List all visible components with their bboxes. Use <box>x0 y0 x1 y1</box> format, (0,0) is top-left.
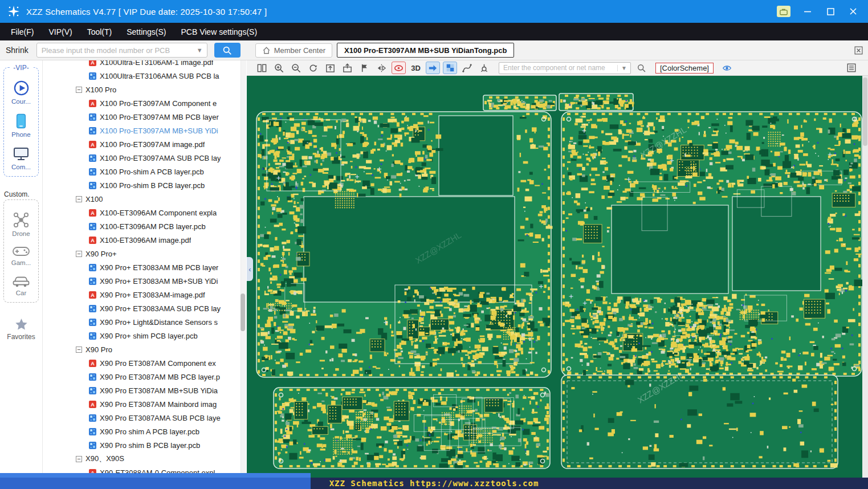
tree-item[interactable]: AX100 Pro-ET3097AM Component e <box>43 96 247 110</box>
export-board-icon[interactable] <box>323 62 337 74</box>
briefcase-icon[interactable] <box>777 6 790 17</box>
tree-group[interactable]: −X90 Pro <box>43 343 247 356</box>
chevron-down-icon[interactable]: ▼ <box>617 65 630 71</box>
tree-group[interactable]: −X90 Pro+ <box>43 247 247 260</box>
collapse-icon[interactable]: − <box>76 251 82 257</box>
search-button[interactable] <box>214 43 241 58</box>
sidebar-item-drone[interactable]: Drone <box>4 211 38 237</box>
tree-group[interactable]: −X100 Pro <box>43 83 247 96</box>
tree-group[interactable]: −X100 <box>43 192 247 206</box>
pdf-file-icon: A <box>89 360 96 367</box>
tree-item[interactable]: X90 Pro+ shim PCB layer.pcb <box>43 329 247 343</box>
threed-label[interactable]: 3D <box>409 62 423 74</box>
tree-item[interactable]: X90 Pro+ ET3083AM MB PCB layer <box>43 260 247 274</box>
component-search-input[interactable] <box>499 64 617 72</box>
tree-item-label: X90 Pro+ ET3083AM-image.pdf <box>100 291 205 299</box>
menu-file-f-[interactable]: File(F) <box>3 23 41 40</box>
split-view-icon[interactable] <box>255 62 269 74</box>
collapse-icon[interactable]: − <box>76 196 82 202</box>
rotate-icon[interactable] <box>306 62 320 74</box>
horizontal-scrollbar-thumb[interactable] <box>0 473 311 478</box>
colorscheme-button[interactable]: [ColorScheme] <box>655 63 714 74</box>
eye-icon[interactable] <box>722 63 732 73</box>
tree-group[interactable]: −X90、X90S <box>43 452 247 466</box>
shrink-button[interactable]: Shrink <box>0 46 34 55</box>
flip-horizontal-icon[interactable] <box>374 62 389 74</box>
sidebar: -VIP- Cour...PhoneCom... Custom. DroneGa… <box>0 60 43 478</box>
close-button[interactable] <box>847 6 859 17</box>
sidebar-item-favorites[interactable]: Favorites <box>0 317 42 341</box>
tree-item[interactable]: X90 Pro shim B PCB layer.pcb <box>43 438 247 452</box>
sidebar-item-label: Gam... <box>11 259 31 266</box>
model-search-combo[interactable]: ▼ <box>36 43 207 58</box>
sidebar-item-car[interactable]: Car <box>4 274 38 296</box>
tree-item[interactable]: X100Ultra-ET3106AMA SUB PCB la <box>43 69 247 83</box>
collapse-icon[interactable]: − <box>76 347 82 353</box>
diode-red-icon[interactable] <box>392 62 406 74</box>
sidebar-item-com[interactable]: Com... <box>4 146 38 170</box>
component-search-combo[interactable]: ▼ <box>499 62 631 74</box>
zoom-in-icon[interactable] <box>272 62 286 74</box>
tree-item[interactable]: X90 Pro+ ET3083AMA SUB PCB lay <box>43 301 247 315</box>
tree-item-label: X90 Pro+ <box>85 250 117 258</box>
pdf-file-icon: A <box>89 237 96 244</box>
member-center-button[interactable]: Member Center <box>255 43 332 58</box>
menu-tool-t-[interactable]: Tool(T) <box>80 23 120 40</box>
svg-text:A: A <box>91 101 95 107</box>
tree-item[interactable]: X100 Pro-shim A PCB layer.pcb <box>43 165 247 178</box>
tree-item[interactable]: AX100-ET3096AM Component expla <box>43 206 247 219</box>
tree-item[interactable]: X100-ET3096AM PCB layer.pcb <box>43 219 247 233</box>
tree-item-label: X90 Pro ET3087AM Mainbord imag <box>100 400 217 409</box>
tree-item-label: X90 Pro ET3087AM MB+SUB YiDia <box>100 386 218 395</box>
tree-item[interactable]: X90 Pro ET3087AM MB+SUB YiDia <box>43 384 247 397</box>
tree-item[interactable]: AX100-ET3096AM image.pdf <box>43 233 247 247</box>
tree-item[interactable]: X90 Pro shim A PCB layer.pcb <box>43 425 247 438</box>
tree-item[interactable]: AX90 Pro ET3087AM Mainbord imag <box>43 397 247 411</box>
tree-item[interactable]: AX100Ultra-ET3106AM-1 image.pdf <box>43 60 247 69</box>
curve-icon[interactable] <box>460 62 474 74</box>
collapse-icon[interactable]: − <box>76 456 82 462</box>
tree-scrollbar-thumb[interactable] <box>241 294 245 331</box>
tree-item[interactable]: X90 Pro ET3087AM MB PCB layer.p <box>43 370 247 384</box>
collapse-panel-handle[interactable]: ‹ <box>247 257 253 281</box>
import-board-icon[interactable] <box>340 62 354 74</box>
menu-settings-s-[interactable]: Settings(S) <box>119 23 173 40</box>
probe-icon[interactable] <box>477 62 491 74</box>
flag-icon[interactable] <box>357 62 372 74</box>
menu-pcb-view-settings-s-[interactable]: PCB View settings(S) <box>173 23 264 40</box>
close-file-icon[interactable] <box>854 46 863 55</box>
tree-item[interactable]: X100 Pro-shim B PCB layer.pcb <box>43 178 247 192</box>
minimize-button[interactable] <box>802 6 813 17</box>
net-search-icon[interactable] <box>637 63 646 73</box>
tree-item-label: X90 Pro <box>85 345 112 354</box>
jump-arrow-icon[interactable] <box>426 62 440 74</box>
model-search-input[interactable] <box>37 46 193 55</box>
viewer-scrollbar-track[interactable] <box>862 76 868 478</box>
tree-item[interactable]: AX90 Pro ET3087AM Component ex <box>43 356 247 370</box>
tree-item[interactable]: AX90 Pro+ ET3083AM-image.pdf <box>43 288 247 301</box>
tree-item[interactable]: X100 Pro-ET3097AM MB+SUB YiDi <box>43 124 247 137</box>
viewer-scrollbar-thumb[interactable] <box>863 78 867 146</box>
tree-item-label: X100 Pro-ET3097AM image.pdf <box>100 140 205 149</box>
tab-active-pcb[interactable]: X100 Pro-ET3097AM MB+SUB YiDianTong.pcb <box>337 43 514 58</box>
menu-vip-v-[interactable]: VIP(V) <box>41 23 79 40</box>
chevron-down-icon[interactable]: ▼ <box>193 47 207 54</box>
tree-item[interactable]: AX100 Pro-ET3097AM image.pdf <box>43 137 247 151</box>
collapse-icon[interactable]: − <box>76 87 82 93</box>
maximize-button[interactable] <box>825 6 836 17</box>
tree-item[interactable]: X100 Pro-ET3097AM MB PCB layer <box>43 110 247 124</box>
pcb-canvas[interactable] <box>247 76 862 478</box>
layers-list-icon[interactable] <box>846 63 857 73</box>
sidebar-item-gam[interactable]: Gam... <box>4 245 38 266</box>
tree-item[interactable]: X90 Pro+ Light&Distance Sensors s <box>43 315 247 329</box>
tree-scrollbar-track[interactable] <box>241 60 246 473</box>
tree-item-label: X90 Pro+ Light&Distance Sensors s <box>100 318 218 327</box>
tree-item[interactable]: X90 Pro+ ET3083AM MB+SUB YiDi <box>43 274 247 288</box>
zoom-out-icon[interactable] <box>289 62 303 74</box>
pcb-toolbar: 3D▼[ColorScheme] <box>247 60 868 76</box>
tree-item[interactable]: X90 Pro ET3087AMA SUB PCB laye <box>43 411 247 425</box>
sidebar-item-cour[interactable]: Cour... <box>4 80 38 105</box>
tree-item[interactable]: X100 Pro-ET3097AMA SUB PCB lay <box>43 151 247 165</box>
sidebar-item-phone[interactable]: Phone <box>4 113 38 138</box>
checker-icon[interactable] <box>443 62 457 74</box>
